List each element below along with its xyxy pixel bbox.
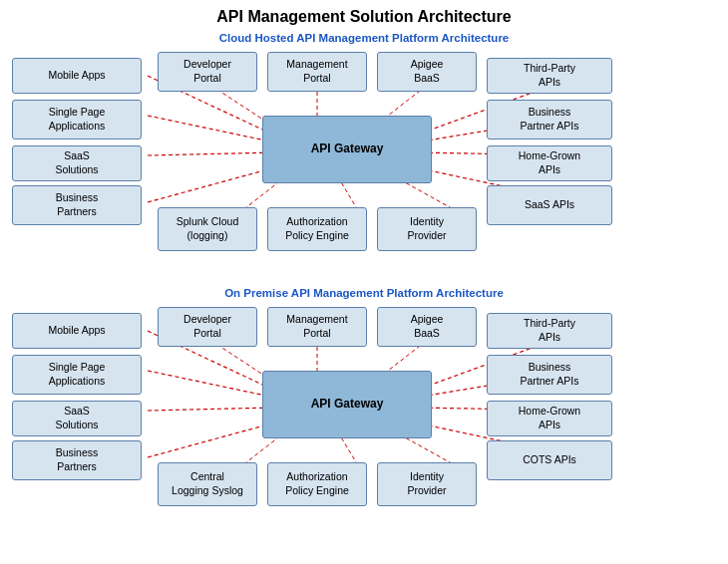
onprem-central-logging: CentralLogging Syslog: [158, 462, 257, 506]
cloud-apigee-baas: ApigeeBaaS: [377, 52, 477, 92]
cloud-saas-solutions: SaaSSolutions: [12, 145, 142, 181]
svg-line-20: [148, 423, 275, 457]
cloud-business-partner-apis: BusinessPartner APIs: [487, 100, 612, 140]
cloud-section: Cloud Hosted API Management Platform Arc…: [0, 28, 728, 283]
svg-line-19: [148, 408, 275, 411]
cloud-mobile-apps: Mobile Apps: [12, 58, 142, 94]
cloud-auth-policy: AuthorizationPolicy Engine: [267, 207, 367, 251]
cloud-splunk: Splunk Cloud(logging): [158, 207, 257, 251]
onprem-saas-solutions: SaaSSolutions: [12, 401, 142, 436]
onprem-auth-policy: AuthorizationPolicy Engine: [267, 462, 367, 506]
cloud-management-portal: ManagementPortal: [267, 52, 367, 92]
cloud-arch-area: Mobile Apps Single PageApplications SaaS…: [8, 48, 720, 277]
cloud-business-partners: BusinessPartners: [12, 185, 142, 225]
onprem-section-title: On Premise API Management Platform Archi…: [8, 287, 720, 299]
onprem-apigee-baas: ApigeeBaaS: [377, 307, 477, 347]
onprem-section: On Premise API Management Platform Archi…: [0, 283, 728, 538]
onprem-mobile-apps: Mobile Apps: [12, 313, 142, 349]
cloud-section-title: Cloud Hosted API Management Platform Arc…: [8, 32, 720, 44]
cloud-saas-apis: SaaS APIs: [487, 185, 612, 225]
svg-line-5: [148, 167, 275, 202]
svg-line-18: [148, 371, 275, 398]
onprem-home-grown-apis: Home-GrownAPIs: [487, 401, 612, 436]
svg-line-3: [148, 116, 275, 142]
onprem-management-portal: ManagementPortal: [267, 307, 367, 347]
onprem-identity-provider: IdentityProvider: [377, 462, 477, 506]
onprem-api-gateway: API Gateway: [262, 371, 432, 438]
cloud-spa: Single PageApplications: [12, 100, 142, 140]
onprem-cots-apis: COTS APIs: [487, 440, 612, 480]
onprem-business-partners: BusinessPartners: [12, 440, 142, 480]
onprem-arch-area: Mobile Apps Single PageApplications SaaS…: [8, 303, 720, 532]
cloud-home-grown-apis: Home-GrownAPIs: [487, 145, 612, 181]
onprem-business-partner-apis: BusinessPartner APIs: [487, 355, 612, 395]
cloud-developer-portal: DeveloperPortal: [158, 52, 257, 92]
onprem-third-party-apis: Third-PartyAPIs: [487, 313, 612, 349]
main-title: API Management Solution Architecture: [0, 0, 728, 28]
cloud-third-party-apis: Third-PartyAPIs: [487, 58, 612, 94]
svg-line-4: [148, 152, 275, 155]
onprem-developer-portal: DeveloperPortal: [158, 307, 257, 347]
onprem-spa: Single PageApplications: [12, 355, 142, 395]
cloud-identity-provider: IdentityProvider: [377, 207, 477, 251]
cloud-api-gateway: API Gateway: [262, 116, 432, 183]
